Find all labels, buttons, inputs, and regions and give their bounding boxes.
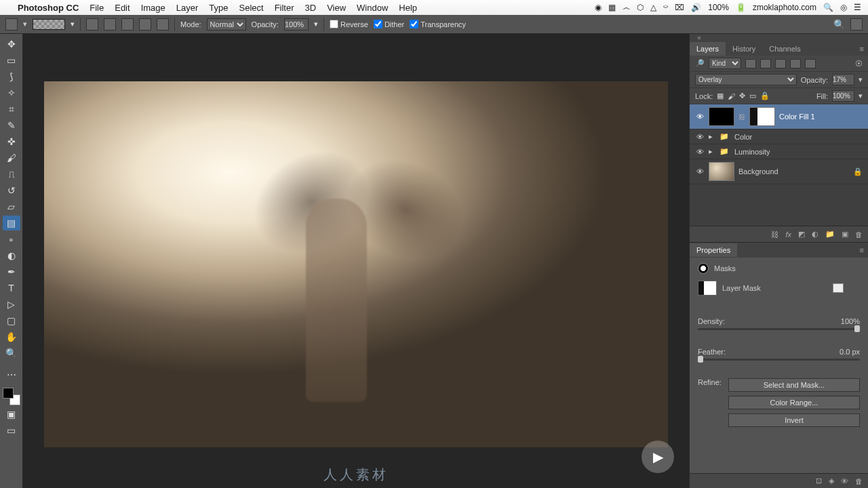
layer-thumbnail[interactable] — [709, 107, 734, 126]
filter-kind-select[interactable]: Kind — [709, 58, 741, 69]
new-adjustment-icon[interactable]: ◐ — [812, 230, 818, 239]
magic-wand-tool[interactable]: ✧ — [3, 85, 20, 100]
menu-select[interactable]: Select — [239, 3, 263, 13]
layer-row[interactable]: 👁 Background 🔒 — [690, 159, 868, 184]
path-selection-tool[interactable]: ▷ — [3, 297, 20, 312]
invert-button[interactable]: Invert — [728, 413, 860, 427]
visibility-icon[interactable]: 👁 — [695, 167, 705, 176]
dodge-tool[interactable]: ◐ — [3, 248, 20, 263]
gradient-tool[interactable]: ▤ — [3, 216, 20, 230]
layer-fx-icon[interactable]: fx — [785, 230, 791, 239]
blend-mode-select[interactable]: Normal — [207, 18, 246, 30]
zoom-tool[interactable]: 🔍 — [3, 346, 20, 361]
lasso-tool[interactable]: ⟆ — [3, 69, 20, 84]
dither-checkbox[interactable]: Dither — [374, 20, 404, 28]
close-panel-icon[interactable]: × — [694, 34, 705, 39]
feather-slider[interactable] — [698, 359, 860, 361]
menu-image[interactable]: Image — [141, 3, 165, 13]
document-canvas[interactable] — [44, 81, 668, 447]
quick-mask-icon[interactable]: ▣ — [3, 407, 20, 422]
brush-tool[interactable]: 🖌 — [3, 150, 20, 165]
bluetooth-icon[interactable]: ⌧ — [675, 3, 684, 12]
menu-window[interactable]: Window — [357, 3, 388, 13]
move-tool[interactable]: ✥ — [3, 37, 20, 52]
chevron-down-icon[interactable]: ▾ — [23, 20, 27, 28]
lock-position-icon[interactable]: ✥ — [739, 92, 745, 100]
layer-name[interactable]: Luminosity — [734, 148, 770, 156]
filter-toggle-icon[interactable]: ⦿ — [855, 60, 863, 68]
feather-value[interactable]: 0.0 px — [840, 348, 860, 356]
gradient-preview[interactable] — [33, 19, 65, 30]
siri-icon[interactable]: ◎ — [840, 3, 847, 12]
workspace-switcher-icon[interactable] — [850, 18, 863, 30]
layer-name[interactable]: Color — [734, 133, 752, 141]
volume-icon[interactable]: 🔊 — [691, 3, 701, 12]
color-swatches[interactable] — [3, 388, 20, 405]
color-range-button[interactable]: Color Range... — [728, 396, 860, 409]
panel-menu-icon[interactable]: ≡ — [856, 243, 868, 257]
select-and-mask-button[interactable]: Select and Mask... — [728, 378, 860, 392]
healing-brush-tool[interactable]: ✜ — [3, 134, 20, 149]
filter-shape-icon[interactable] — [790, 59, 801, 68]
menu-help[interactable]: Help — [399, 3, 417, 13]
reverse-checkbox[interactable]: Reverse — [330, 20, 368, 28]
drive-icon[interactable]: △ — [650, 3, 656, 12]
chevron-down-icon[interactable]: ▾ — [859, 92, 863, 100]
opacity-input[interactable] — [284, 18, 309, 30]
chevron-down-icon[interactable]: ▾ — [859, 75, 863, 84]
dropbox-icon[interactable]: ⬡ — [637, 3, 644, 12]
transparency-checkbox[interactable]: Transparency — [410, 20, 466, 28]
disable-mask-icon[interactable]: 👁 — [841, 477, 848, 485]
wifi-icon[interactable]: ⌔ — [663, 3, 668, 12]
more-tools[interactable]: ⋯ — [3, 367, 20, 382]
menu-edit[interactable]: Edit — [115, 3, 130, 13]
tab-channels[interactable]: Channels — [762, 42, 807, 56]
layer-name[interactable]: Background — [738, 167, 778, 176]
expand-icon[interactable]: ▸ — [709, 132, 715, 141]
lock-artboard-icon[interactable]: ▭ — [749, 92, 756, 100]
creative-cloud-icon[interactable]: ෴ — [623, 3, 630, 12]
menu-layer[interactable]: Layer — [176, 3, 199, 13]
add-mask-icon[interactable]: ◩ — [798, 230, 805, 239]
link-layers-icon[interactable]: ⛓ — [771, 230, 778, 239]
play-button[interactable]: ▶ — [642, 441, 674, 473]
menu-3d[interactable]: 3D — [305, 3, 317, 13]
link-icon[interactable]: ⛓ — [738, 113, 745, 121]
chevron-down-icon[interactable]: ▾ — [314, 20, 318, 28]
stamp-tool[interactable]: ⎍ — [3, 167, 20, 182]
new-layer-icon[interactable]: ▣ — [842, 230, 848, 239]
tab-history[interactable]: History — [726, 42, 762, 56]
filter-adjust-icon[interactable] — [760, 59, 771, 68]
search-icon[interactable]: 🔎 — [695, 59, 705, 68]
menu-file[interactable]: File — [90, 3, 104, 13]
fill-input[interactable] — [832, 90, 854, 102]
hand-tool[interactable]: ✋ — [3, 329, 20, 344]
density-slider[interactable] — [698, 328, 860, 330]
type-tool[interactable]: T — [3, 281, 20, 296]
angle-gradient-icon[interactable] — [121, 18, 134, 30]
reflected-gradient-icon[interactable] — [139, 18, 151, 30]
blend-mode-select[interactable]: Overlay — [695, 74, 797, 85]
history-brush-tool[interactable]: ↺ — [3, 183, 20, 198]
pixel-mask-icon[interactable] — [833, 283, 844, 293]
status-icon[interactable]: ◉ — [595, 3, 601, 12]
visibility-icon[interactable]: 👁 — [695, 113, 705, 121]
status-icon[interactable]: ▦ — [608, 3, 616, 12]
delete-layer-icon[interactable]: 🗑 — [855, 230, 863, 239]
layer-name[interactable]: Color Fill 1 — [779, 113, 815, 121]
new-group-icon[interactable]: 📁 — [825, 230, 835, 239]
visibility-icon[interactable]: 👁 — [695, 133, 705, 141]
load-selection-icon[interactable]: ⊡ — [816, 476, 822, 485]
foreground-color[interactable] — [3, 388, 14, 399]
layer-thumbnail[interactable] — [709, 162, 734, 181]
gradient-tool-icon[interactable] — [5, 18, 18, 30]
linear-gradient-icon[interactable] — [86, 18, 98, 30]
rectangle-tool[interactable]: ▢ — [3, 313, 20, 328]
spotlight-icon[interactable]: 🔍 — [823, 3, 833, 12]
app-name[interactable]: Photoshop CC — [18, 3, 79, 13]
visibility-icon[interactable]: 👁 — [695, 148, 705, 156]
panel-menu-icon[interactable]: ≡ — [856, 42, 868, 56]
filter-smart-icon[interactable] — [805, 59, 816, 68]
search-icon[interactable]: 🔍 — [833, 19, 845, 30]
eraser-tool[interactable]: ▱ — [3, 199, 20, 214]
